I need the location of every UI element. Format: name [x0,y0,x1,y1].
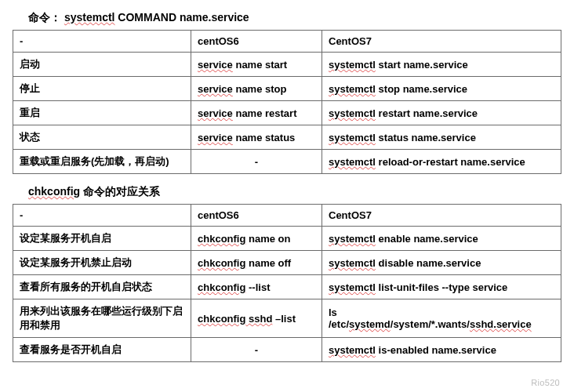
t2-r0-c2: chkconfig name on [191,227,322,251]
t1-r4-c3: systemctl reload-or-restart name.service [322,150,561,174]
t1-r3-c3: systemctl status name.service [322,125,561,150]
table-row: - centOS6 CentOS7 [13,31,561,53]
t1-r1-c1: 停止 [13,77,191,101]
heading-systemctl-command: 命令： systemctl COMMAND name.service [28,11,561,25]
table-row: 启动 service name start systemctl start na… [13,53,561,77]
heading1-cmd: systemctl [64,11,115,24]
t1-r0-c1: 启动 [13,53,191,77]
chkconfig-mapping-table: - centOS6 CentOS7 设定某服务开机自启 chkconfig na… [13,204,561,362]
heading2-cmd: chkconfig [28,185,80,198]
t1-r0-c2: service name start [191,53,322,77]
t1-r4-c1: 重载或重启服务(先加载，再启动) [13,150,191,174]
t1-r3-c2: service name status [191,125,322,150]
t2-r2-c2: chkconfig --list [191,275,322,299]
heading1-prefix: 命令： [28,11,64,24]
t2-header-centos6: centOS6 [191,205,322,227]
t2-r3-c2: chkconfig sshd –list [191,299,322,338]
t2-r1-c1: 设定某服务开机禁止启动 [13,251,191,275]
t2-r2-c1: 查看所有服务的开机自启状态 [13,275,191,299]
table-row: 重载或重启服务(先加载，再启动) - systemctl reload-or-r… [13,150,561,174]
table-row: - centOS6 CentOS7 [13,205,561,227]
t2-r4-c3: systemctl is-enabled name.service [322,338,561,362]
t1-r1-c2: service name stop [191,77,322,101]
t1-header-centos6: centOS6 [191,31,322,53]
t2-r4-c2: - [191,338,322,362]
watermark: Rio520 [531,378,560,379]
t2-header-centos7: CentOS7 [322,205,561,227]
service-command-table: - centOS6 CentOS7 启动 service name start … [13,30,561,174]
t2-r1-c3: systemctl disable name.service [322,251,561,275]
t1-r2-c1: 重启 [13,101,191,125]
heading-chkconfig: chkconfig 命令的对应关系 [28,185,561,199]
t1-r4-c2: - [191,150,322,174]
table-row: 设定某服务开机禁止启动 chkconfig name off systemctl… [13,251,561,275]
t1-r2-c3: systemctl restart name.service [322,101,561,125]
t2-header-dash: - [13,205,191,227]
t1-r1-c3: systemctl stop name.service [322,77,561,101]
t2-r2-c3: systemctl list-unit-files --type service [322,275,561,299]
t1-r0-c3: systemctl start name.service [322,53,561,77]
t2-r0-c3: systemctl enable name.service [322,227,561,251]
table-row: 查看所有服务的开机自启状态 chkconfig --list systemctl… [13,275,561,299]
table-row: 停止 service name stop systemctl stop name… [13,77,561,101]
t2-r3-c3: ls /etc/systemd/system/*.wants/sshd.serv… [322,299,561,338]
t1-r3-c1: 状态 [13,125,191,150]
table-row: 用来列出该服务在哪些运行级别下启用和禁用 chkconfig sshd –lis… [13,299,561,338]
t1-header-centos7: CentOS7 [322,31,561,53]
t2-r4-c1: 查看服务是否开机自启 [13,338,191,362]
table-row: 状态 service name status systemctl status … [13,125,561,150]
table-row: 查看服务是否开机自启 - systemctl is-enabled name.s… [13,338,561,362]
heading1-rest: COMMAND name.service [114,11,249,24]
t2-r3-c1: 用来列出该服务在哪些运行级别下启用和禁用 [13,299,191,338]
t2-r0-c1: 设定某服务开机自启 [13,227,191,251]
t2-r1-c2: chkconfig name off [191,251,322,275]
t1-header-dash: - [13,31,191,53]
t1-r2-c2: service name restart [191,101,322,125]
heading2-rest: 命令的对应关系 [80,185,160,198]
table-row: 重启 service name restart systemctl restar… [13,101,561,125]
table-row: 设定某服务开机自启 chkconfig name on systemctl en… [13,227,561,251]
